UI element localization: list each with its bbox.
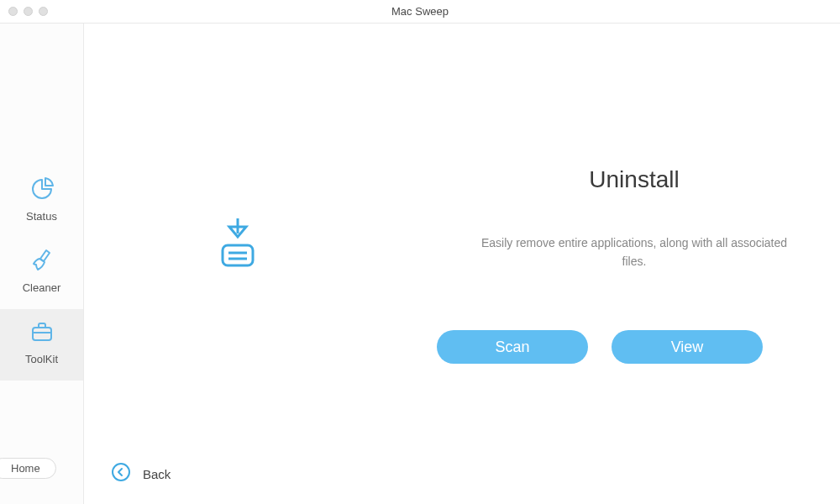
view-button[interactable]: View [612,330,763,364]
svg-rect-2 [223,245,253,265]
sidebar-item-label: Status [26,210,57,223]
sidebar-item-label: ToolKit [25,353,58,365]
svg-point-5 [113,464,129,480]
toolkit-icon [29,319,55,344]
close-dot[interactable] [8,7,18,16]
back-arrow-icon [111,462,131,486]
home-button[interactable]: Home [0,458,56,479]
cleaner-icon [29,248,55,273]
scan-button[interactable]: Scan [437,330,588,364]
zoom-dot[interactable] [39,7,48,16]
uninstall-hero-icon [214,217,261,274]
page-description: Easily remove entire applications, along… [475,234,794,271]
sidebar-item-toolkit[interactable]: ToolKit [0,309,83,381]
sidebar: Status Cleaner [0,24,84,504]
svg-rect-0 [33,328,51,340]
minimize-dot[interactable] [24,7,33,16]
status-icon [29,176,55,202]
main-content: Uninstall Easily remove entire applicati… [84,24,840,504]
page-title: Uninstall [462,166,806,193]
window-title: Mac Sweep [391,5,449,18]
sidebar-item-label: Cleaner [23,281,61,294]
back-button[interactable]: Back [111,462,171,486]
sidebar-item-status[interactable]: Status [0,166,83,238]
window-controls [8,7,48,16]
titlebar: Mac Sweep [0,0,840,24]
sidebar-item-cleaner[interactable]: Cleaner [0,238,83,309]
back-label: Back [143,467,171,481]
